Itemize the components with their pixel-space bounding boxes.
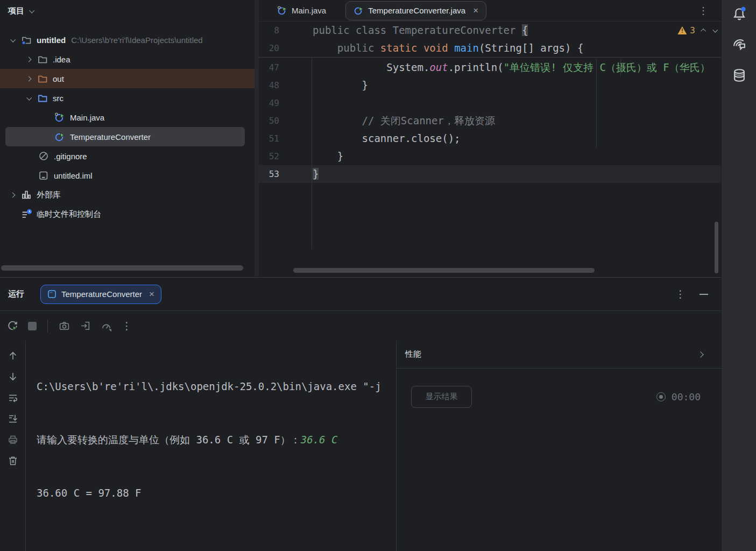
project-horizontal-scrollbar[interactable]: [1, 265, 243, 271]
clear-console-trash-icon[interactable]: [8, 455, 18, 466]
console-line-command: C:\Users\b're'ri'l\.jdks\openjdk-25.0.2\…: [37, 378, 396, 395]
screenshot-icon[interactable]: [59, 320, 70, 331]
folder-icon: [37, 54, 48, 65]
previous-warning-icon[interactable]: [701, 29, 706, 34]
java-main-class-icon: [54, 112, 66, 123]
soft-wrap-icon[interactable]: [8, 392, 18, 403]
gutter-separator: [312, 58, 312, 249]
profiler-gauge-icon[interactable]: [101, 320, 112, 331]
line-number: 8: [259, 22, 312, 39]
editor-options-kebab-icon[interactable]: ⋮: [698, 5, 708, 17]
run-panel-title: 运行: [8, 289, 24, 299]
performance-header[interactable]: 性能: [397, 341, 721, 369]
module-file-icon: [38, 170, 50, 181]
close-icon[interactable]: ×: [473, 5, 478, 16]
tree-item-label: 外部库: [37, 190, 61, 200]
tab-temperature-converter-java[interactable]: TemperatureConverter.java ×: [345, 1, 486, 20]
project-tree: untitled C:\Users\b're'ri'l\IdeaProjects…: [0, 30, 255, 224]
run-toolbar: ⋮: [0, 311, 721, 341]
code-line-49[interactable]: 49: [259, 94, 721, 112]
warning-icon[interactable]: !: [677, 26, 687, 34]
panel-splitter[interactable]: [255, 0, 259, 277]
tree-item-src-folder[interactable]: src: [0, 88, 255, 108]
sticky-line-20[interactable]: 20 public static void main(String[] args…: [259, 39, 721, 57]
sticky-line-8[interactable]: 8 public class TemperatureConverter {: [259, 22, 721, 39]
tree-item-label: .idea: [53, 55, 70, 64]
console-output[interactable]: C:\Users\b're'ri'l\.jdks\openjdk-25.0.2\…: [37, 342, 396, 551]
close-icon[interactable]: ×: [149, 289, 154, 300]
run-tab-label: TemperatureConverter: [61, 289, 142, 299]
code-line-47[interactable]: 47 System.out.println("单位错误! 仅支持 C（摄氏）或 …: [259, 59, 721, 76]
intellij-window: 项目 untitled C:\Users\b're'ri'l\IdeaProje…: [0, 0, 756, 551]
record-icon: [656, 392, 666, 401]
console-area: C:\Users\b're'ri'l\.jdks\openjdk-25.0.2\…: [0, 341, 396, 551]
run-options-kebab-icon[interactable]: ⋮: [675, 288, 686, 300]
tree-item-label: untitled.iml: [54, 171, 93, 180]
sticky-lines: 8 public class TemperatureConverter { 20…: [259, 22, 721, 58]
library-icon: [20, 189, 32, 200]
tree-item-idea-folder[interactable]: .idea: [0, 50, 255, 69]
show-results-button[interactable]: 显示结果: [411, 386, 472, 408]
editor-horizontal-scrollbar[interactable]: [293, 268, 595, 273]
console-line-prompt: 请输入要转换的温度与单位（例如 36.6 C 或 97 F）：36.6 C: [37, 431, 396, 449]
rerun-icon[interactable]: [7, 320, 18, 331]
ai-assistant-chat-icon[interactable]: [722, 32, 756, 56]
code-line-48[interactable]: 48 }: [259, 76, 721, 94]
tree-item-scratches[interactable]: 临时文件和控制台: [0, 204, 255, 224]
project-folder-icon: [20, 34, 32, 45]
editor-vertical-scrollbar[interactable]: [715, 222, 718, 273]
tree-item-external-libraries[interactable]: 外部库: [0, 185, 255, 204]
profiling-timer: 00:00: [656, 391, 701, 402]
inspection-widget: ! 3: [677, 22, 717, 39]
java-class-icon: [354, 5, 364, 16]
timer-value: 00:00: [672, 391, 701, 402]
tree-item-label: src: [53, 94, 63, 103]
toolbar-kebab-icon[interactable]: ⋮: [122, 320, 132, 332]
excluded-folder-icon: [37, 73, 48, 84]
indent-guide: [596, 59, 597, 147]
run-configuration-icon: [47, 289, 56, 299]
tab-main-java[interactable]: Main.java: [274, 5, 329, 16]
code-line-50[interactable]: 50 // 关闭Scanner，释放资源: [259, 112, 721, 130]
chevron-down-icon: [29, 8, 34, 13]
chevron-down-icon: [26, 95, 32, 100]
run-tab-temperature-converter[interactable]: TemperatureConverter ×: [40, 285, 161, 304]
console-line-result: 36.60 C = 97.88 F: [37, 484, 396, 502]
notifications-bell-icon[interactable]: [722, 2, 756, 26]
tree-item-main-java[interactable]: Main.java: [0, 108, 255, 127]
code-line-53-current[interactable]: 53 }: [259, 165, 721, 183]
stop-icon[interactable]: [28, 322, 37, 330]
performance-panel: 性能 显示结果 00:00: [396, 341, 721, 551]
tree-item-label: TemperatureConverter: [70, 132, 151, 142]
tree-item-label: 临时文件和控制台: [37, 209, 101, 220]
attach-console-icon[interactable]: [80, 320, 91, 331]
tree-item-temperature-converter[interactable]: TemperatureConverter: [5, 127, 245, 146]
database-icon[interactable]: [722, 63, 756, 87]
tree-item-gitignore[interactable]: .gitignore: [0, 146, 255, 166]
chevron-right-icon: [10, 192, 15, 197]
toolbar-separator: [47, 320, 48, 333]
indent-guide: [620, 59, 621, 76]
code-viewport[interactable]: 47 System.out.println("单位错误! 仅支持 C（摄氏）或 …: [259, 58, 721, 256]
line-number: 20: [259, 39, 312, 57]
hide-panel-icon[interactable]: [700, 294, 708, 295]
right-tool-stripe: [721, 0, 756, 551]
editor-area: Main.java TemperatureConverter.java × ⋮ …: [259, 0, 721, 277]
tree-item-untitled-root[interactable]: untitled C:\Users\b're'ri'l\IdeaProjects…: [0, 30, 255, 50]
scroll-up-icon[interactable]: [8, 350, 18, 361]
tree-item-label: Main.java: [70, 113, 104, 122]
chevron-right-icon: [26, 76, 31, 81]
project-panel-header[interactable]: 项目: [0, 0, 255, 22]
performance-title: 性能: [405, 349, 421, 359]
project-tool-window: 项目 untitled C:\Users\b're'ri'l\IdeaProje…: [0, 0, 255, 277]
tree-item-untitled-iml[interactable]: untitled.iml: [0, 166, 255, 185]
tree-item-out-folder[interactable]: out: [0, 69, 255, 88]
print-icon[interactable]: [8, 434, 18, 445]
code-line-52[interactable]: 52 }: [259, 147, 721, 165]
scroll-to-end-icon[interactable]: [8, 413, 18, 424]
chevron-right-icon: [26, 56, 31, 62]
java-main-class-icon: [277, 5, 287, 16]
project-panel-title: 项目: [8, 6, 24, 16]
code-line-51[interactable]: 51 scanner.close();: [259, 130, 721, 147]
scroll-down-icon[interactable]: [8, 371, 18, 382]
